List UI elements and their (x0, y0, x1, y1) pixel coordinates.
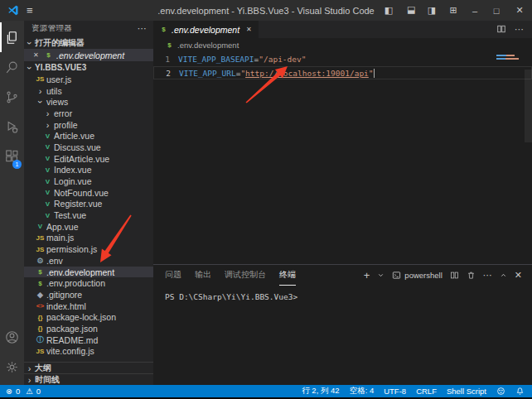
tree-item-vite.config.js[interactable]: JSvite.config.js (24, 346, 153, 358)
notifications-bell-icon[interactable] (515, 387, 525, 396)
tree-item-user.js[interactable]: JSuser.js (24, 74, 153, 85)
new-terminal-icon[interactable]: + (364, 269, 370, 281)
tab-env-development[interactable]: $ .env.development ✕ (153, 21, 259, 38)
minimap[interactable] (496, 55, 519, 61)
maximize-button[interactable]: □ (486, 0, 507, 21)
tree-folder-error[interactable]: ›error (24, 108, 153, 119)
terminal-icon (392, 271, 401, 280)
customize-layout-icon[interactable]: ⊞ (443, 0, 464, 21)
sidebar-more-icon[interactable]: ⋯ (138, 23, 147, 34)
panel-tab-终端[interactable]: 终端 (279, 265, 296, 286)
panel-tab-调试控制台[interactable]: 调试控制台 (225, 265, 266, 286)
panel-tab-问题[interactable]: 问题 (165, 265, 181, 286)
tree-item-.env[interactable]: ⚙.env (24, 255, 153, 267)
tree-item-package.json[interactable]: {}package.json (24, 323, 153, 334)
tree-item-label: .env.production (46, 278, 105, 288)
maximize-panel-icon[interactable] (500, 272, 507, 279)
activity-item-search[interactable] (0, 52, 24, 82)
tree-item-NotFound.vue[interactable]: VNotFound.vue (24, 187, 153, 199)
minimize-button[interactable]: – (464, 0, 486, 21)
file-icon-vue: V (43, 155, 52, 162)
run-debug-icon (4, 119, 20, 135)
indentation[interactable]: 空格: 4 (350, 386, 375, 397)
tree-folder-views[interactable]: ›views (24, 96, 153, 108)
open-editors-header[interactable]: › 打开的编辑器 (24, 36, 153, 49)
tree-folder-utils[interactable]: ›utils (24, 85, 153, 97)
tree-item-label: App.vue (46, 222, 79, 232)
activity-item-run-debug[interactable] (0, 112, 24, 142)
panel-more-icon[interactable]: ⋯ (483, 270, 492, 281)
tree-item-label: .env.development (46, 267, 114, 277)
terminal-dropdown-icon[interactable] (377, 272, 384, 279)
shell-selector[interactable]: powershell (392, 271, 442, 280)
tree-item-label: error (54, 108, 72, 118)
open-editor-item[interactable]: ✕ $ .env.development (24, 49, 153, 61)
account-icon (4, 329, 20, 345)
tree-item-Discuss.vue[interactable]: VDiscuss.vue (24, 142, 153, 153)
tree-item-label: Login.vue (54, 176, 92, 186)
activity-item-explorer[interactable] (0, 22, 24, 52)
feedback-icon[interactable] (496, 387, 505, 396)
toggle-panel-icon[interactable]: ◧ (399, 0, 421, 21)
encoding[interactable]: UTF-8 (384, 387, 406, 396)
tab-close-icon[interactable]: ✕ (246, 26, 252, 33)
tree-item-label: main.js (46, 233, 74, 243)
editor-scrollbar[interactable] (525, 70, 532, 142)
timeline-section-header[interactable]: › 时间线 (24, 373, 153, 385)
terminal-output[interactable]: PS D:\CSharp\Yi\Yi.BBS.Vue3> (153, 286, 532, 385)
tree-item-label: .env (46, 256, 63, 266)
editor-more-icon[interactable]: ⋯ (515, 24, 524, 35)
project-label: YI.BBS.VUE3 (35, 63, 86, 72)
outline-label: 大纲 (35, 363, 51, 374)
warnings-icon: ⚠ (26, 387, 33, 396)
language-mode[interactable]: Shell Script (447, 387, 486, 396)
menu-icon[interactable]: ≡ (27, 4, 33, 17)
tree-item-.env.development[interactable]: $.env.development (24, 267, 153, 278)
tree-item-.gitignore[interactable]: ◆.gitignore (24, 289, 153, 300)
tree-item-EditArticle.vue[interactable]: VEditArticle.vue (24, 153, 153, 165)
activity-item-source-control[interactable] (0, 82, 24, 112)
kill-terminal-icon[interactable] (467, 271, 476, 280)
close-panel-icon[interactable]: ✕ (515, 270, 522, 281)
tree-item-README.md[interactable]: ⓘREADME.md (24, 334, 153, 346)
tree-item-label: utils (46, 86, 62, 96)
editor-tab-bar: $ .env.development ✕ ⋯ (153, 21, 532, 38)
title-bar: ≡ .env.development - Yi.BBS.Vue3 - Visua… (0, 0, 532, 21)
tree-item-Login.vue[interactable]: VLogin.vue (24, 175, 153, 187)
activity-item-account[interactable] (0, 322, 24, 352)
tree-item-index.html[interactable]: <>index.html (24, 300, 153, 312)
tree-item-Register.vue[interactable]: VRegister.vue (24, 199, 153, 210)
close-editor-icon[interactable]: ✕ (33, 51, 41, 59)
activity-item-settings[interactable] (0, 352, 24, 382)
close-button[interactable]: ✕ (507, 0, 532, 21)
extensions-badge: 1 (12, 160, 22, 169)
problems-status[interactable]: ⊗ 0 ⚠ 0 (6, 387, 41, 396)
activity-item-extensions[interactable]: 1 (0, 142, 24, 171)
tree-item-permission.js[interactable]: JSpermission.js (24, 243, 153, 255)
split-editor-icon[interactable] (496, 22, 506, 37)
tree-item-Article.vue[interactable]: VArticle.vue (24, 130, 153, 142)
tree-item-main.js[interactable]: JSmain.js (24, 233, 153, 244)
toggle-sidebar-icon[interactable]: ◧ (378, 0, 399, 21)
breadcrumb[interactable]: $ .env.development (153, 38, 532, 51)
tree-folder-profile[interactable]: ›profile (24, 119, 153, 131)
file-icon-js: JS (36, 348, 45, 355)
tree-item-Index.vue[interactable]: VIndex.vue (24, 165, 153, 176)
panel-tab-输出[interactable]: 输出 (195, 265, 211, 286)
cursor-position[interactable]: 行 2, 列 42 (302, 386, 339, 397)
code-line-2[interactable]: 2VITE_APP_URL="http://localhost:19001/ap… (153, 66, 532, 79)
code-line-1[interactable]: 1VITE_APP_BASEAPI="/api-dev" (153, 53, 532, 66)
tree-item-label: README.md (46, 335, 98, 345)
split-terminal-icon[interactable] (450, 271, 459, 280)
tree-item-App.vue[interactable]: VApp.vue (24, 221, 153, 233)
tree-item-.env.production[interactable]: $.env.production (24, 277, 153, 289)
outline-section-header[interactable]: › 大纲 (24, 362, 153, 373)
tree-item-package-lock.json[interactable]: {}package-lock.json (24, 311, 153, 323)
file-icon-gear: ⚙ (36, 257, 45, 265)
toggle-secondary-sidebar-icon[interactable]: ◨ (421, 0, 443, 21)
project-section-header[interactable]: › YI.BBS.VUE3 (24, 61, 153, 74)
tree-item-Test.vue[interactable]: VTest.vue (24, 209, 153, 221)
url-link[interactable]: http://localhost:19001/api (245, 69, 369, 78)
eol-sequence[interactable]: CRLF (416, 387, 437, 396)
editor-code-area[interactable]: 1VITE_APP_BASEAPI="/api-dev"2VITE_APP_UR… (153, 51, 532, 264)
